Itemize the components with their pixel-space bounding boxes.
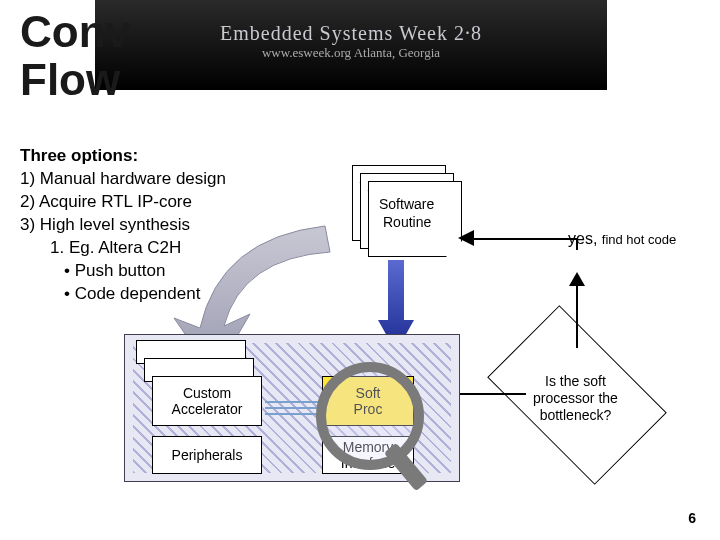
- page-number: 6: [688, 510, 696, 526]
- softproc-l1: Soft: [356, 385, 381, 401]
- interconnect-line: [265, 401, 321, 403]
- header-banner: Embedded Systems Week 2·8 www.esweek.org…: [95, 0, 607, 90]
- custom-label: Custom: [183, 385, 231, 401]
- option-3-sub3: • Code dependent: [20, 283, 226, 306]
- soft-processor-block: Soft Proc: [322, 376, 414, 426]
- custom-accel-front: Custom Accelerator: [152, 376, 262, 426]
- title-line2: Flow: [20, 55, 120, 104]
- mem-l2: Interface: [341, 455, 395, 471]
- option-3: 3) High level synthesis: [20, 214, 226, 237]
- interconnect-line: [265, 407, 321, 409]
- option-3-sub2: • Push button: [20, 260, 226, 283]
- interconnect-line: [265, 413, 321, 415]
- option-3-sub1: 1. Eg. Altera C2H: [20, 237, 226, 260]
- connector-line: [466, 238, 578, 240]
- accelerator-label: Accelerator: [172, 401, 243, 417]
- yes-sub: find hot code: [602, 232, 676, 247]
- mem-l1: Memory: [343, 439, 394, 455]
- option-2: 2) Acquire RTL IP-core: [20, 191, 226, 214]
- softproc-l2: Proc: [354, 401, 383, 417]
- diamond-text: Is the soft processor the bottleneck?: [505, 373, 645, 423]
- diamond-l2: processor the: [533, 390, 618, 406]
- yes-label: yes, find hot code: [568, 230, 676, 248]
- connector-line: [576, 282, 578, 348]
- arrowhead-up-icon: [569, 272, 585, 286]
- options-list: Three options: 1) Manual hardware design…: [20, 145, 226, 306]
- peripherals-label: Peripherals: [172, 447, 243, 463]
- diamond-l3: bottleneck?: [540, 406, 612, 422]
- title-line1: Conv: [20, 7, 130, 56]
- banner-title: Embedded Systems Week 2·8: [95, 22, 607, 45]
- arrowhead-icon: [458, 230, 474, 246]
- diamond-l1: Is the soft: [545, 373, 606, 389]
- peripherals-block: Peripherals: [152, 436, 262, 474]
- slide-title: Conv Flow: [20, 8, 130, 105]
- memory-interface-block: Memory Interface: [322, 436, 414, 474]
- connector-line: [460, 393, 526, 395]
- options-heading: Three options:: [20, 145, 226, 168]
- software-line2: Routine: [383, 214, 431, 230]
- software-doc-front: Software Routine: [368, 181, 462, 257]
- banner-subtitle: www.esweek.org Atlanta, Georgia: [95, 45, 607, 61]
- software-line1: Software: [379, 196, 434, 212]
- option-1: 1) Manual hardware design: [20, 168, 226, 191]
- connector-line: [576, 238, 578, 250]
